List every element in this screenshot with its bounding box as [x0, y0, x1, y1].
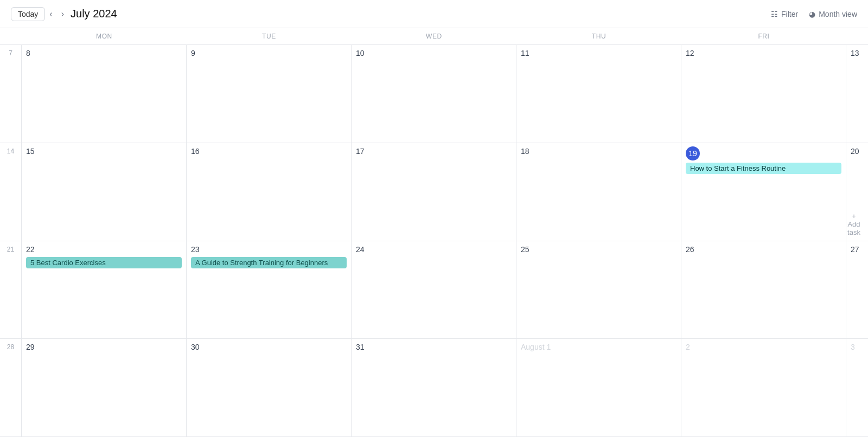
day-num-aug2: 2: [686, 343, 690, 351]
day-cell-aug2[interactable]: 2: [681, 339, 846, 436]
month-title: July 2024: [71, 8, 117, 20]
week-num-28: 28: [0, 339, 22, 436]
week-row-28: 28 29 30 31 August 1 2 3: [0, 339, 868, 437]
week-row-21: 21 22 5 Best Cardio Exercises 23 A Guide…: [0, 241, 868, 339]
view-icon: ◕: [809, 10, 815, 18]
day-num-26: 26: [686, 245, 694, 254]
weeks-container: 7 8 9 10 11 12 13 14 15: [0, 45, 868, 437]
day-cell-aug1[interactable]: August 1: [516, 339, 681, 436]
next-button[interactable]: ›: [57, 7, 68, 21]
day-cell-9[interactable]: 9: [187, 45, 352, 143]
day-num-9: 9: [191, 49, 195, 57]
prev-button[interactable]: ‹: [45, 7, 56, 21]
add-task-button[interactable]: + Add task: [846, 212, 861, 236]
calendar-grid: MON TUE WED THU FRI 7 8 9 10 11 12: [0, 28, 868, 437]
day-num-aug3: 3: [851, 343, 855, 351]
day-num-25: 25: [521, 245, 529, 254]
day-cell-30[interactable]: 30: [187, 339, 352, 436]
day-cell-aug3[interactable]: 3: [846, 339, 868, 436]
day-cell-19[interactable]: 19 How to Start a Fitness Routine: [681, 143, 846, 241]
day-cell-26[interactable]: 26: [681, 241, 846, 339]
day-num-13: 13: [851, 49, 859, 57]
day-cell-31[interactable]: 31: [352, 339, 516, 436]
day-num-30: 30: [191, 343, 200, 351]
day-num-15: 15: [26, 147, 35, 156]
day-num-27: 27: [851, 245, 859, 254]
event-cardio-exercises[interactable]: 5 Best Cardio Exercises: [26, 257, 182, 268]
thu-header: THU: [516, 28, 681, 44]
wed-header: WED: [352, 28, 516, 44]
day-cell-27[interactable]: 27: [846, 241, 868, 339]
day-num-29: 29: [26, 343, 35, 351]
week-col-header: [0, 28, 22, 44]
day-num-20: 20: [851, 147, 859, 156]
today-button[interactable]: Today: [11, 7, 45, 21]
day-num-11: 11: [521, 49, 529, 57]
day-cell-8[interactable]: 8: [22, 45, 187, 143]
day-num-18: 18: [521, 147, 529, 156]
week-num-21: 21: [0, 241, 22, 339]
day-cell-11[interactable]: 11: [516, 45, 681, 143]
day-num-22: 22: [26, 245, 35, 254]
day-num-24: 24: [356, 245, 365, 254]
tue-header: TUE: [187, 28, 352, 44]
month-view-button[interactable]: ◕ Month view: [809, 10, 857, 18]
day-cell-13[interactable]: 13: [846, 45, 868, 143]
day-num-19: 19: [686, 146, 700, 160]
calendar-header: Today ‹ › July 2024 ☷ Filter ◕ Month vie…: [0, 0, 868, 28]
day-num-aug1: August 1: [521, 343, 551, 351]
day-cell-18[interactable]: 18: [516, 143, 681, 241]
day-cell-20[interactable]: 20 + Add task: [846, 143, 868, 241]
header-controls: ☷ Filter ◕ Month view: [771, 10, 857, 18]
day-cell-10[interactable]: 10: [352, 45, 516, 143]
day-num-12: 12: [686, 49, 694, 57]
day-num-31: 31: [356, 343, 365, 351]
sat-header: [846, 28, 868, 44]
event-strength-guide[interactable]: A Guide to Strength Training for Beginne…: [191, 257, 347, 268]
day-cell-17[interactable]: 17: [352, 143, 516, 241]
filter-button[interactable]: ☷ Filter: [771, 10, 798, 18]
week-row-7: 7 8 9 10 11 12 13: [0, 45, 868, 143]
day-headers-row: MON TUE WED THU FRI: [0, 28, 868, 45]
day-num-17: 17: [356, 147, 365, 156]
day-cell-12[interactable]: 12: [681, 45, 846, 143]
day-cell-23[interactable]: 23 A Guide to Strength Training for Begi…: [187, 241, 352, 339]
week-num-14: 14: [0, 143, 22, 241]
day-cell-16[interactable]: 16: [187, 143, 352, 241]
week-num-7: 7: [0, 45, 22, 143]
fri-header: FRI: [681, 28, 846, 44]
mon-header: MON: [22, 28, 187, 44]
event-fitness-routine[interactable]: How to Start a Fitness Routine: [686, 163, 841, 174]
day-cell-22[interactable]: 22 5 Best Cardio Exercises: [22, 241, 187, 339]
day-cell-25[interactable]: 25: [516, 241, 681, 339]
filter-icon: ☷: [771, 10, 778, 18]
day-num-10: 10: [356, 49, 365, 57]
day-cell-15[interactable]: 15: [22, 143, 187, 241]
day-cell-29[interactable]: 29: [22, 339, 187, 436]
day-num-16: 16: [191, 147, 200, 156]
day-num-23: 23: [191, 245, 200, 254]
day-cell-24[interactable]: 24: [352, 241, 516, 339]
week-row-14: 14 15 16 17 18 19 How to Start a Fitness…: [0, 143, 868, 241]
day-num-8: 8: [26, 49, 30, 57]
